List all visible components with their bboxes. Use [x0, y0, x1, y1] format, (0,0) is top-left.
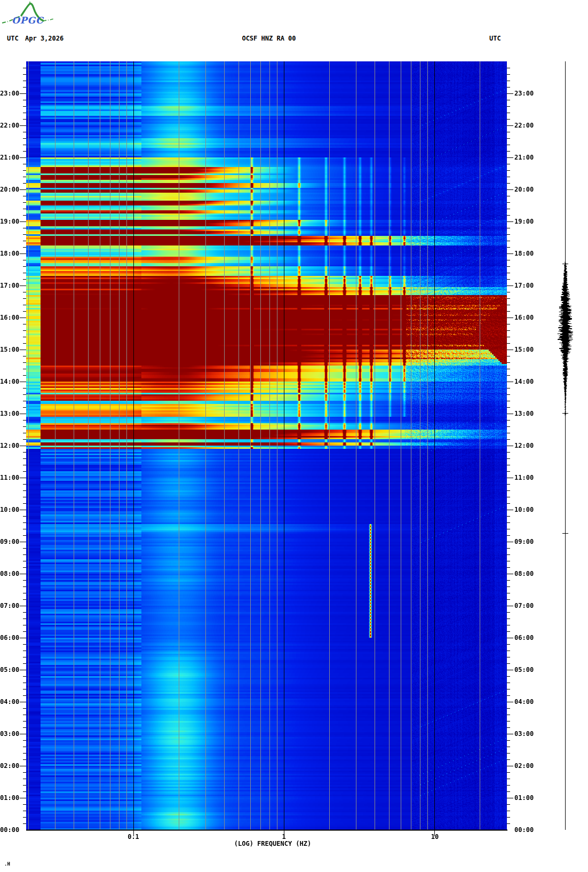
time-label-r-1800: 18:00: [514, 249, 541, 258]
time-label-r-1500: 15:00: [514, 345, 541, 354]
time-label-l-2000: 20:00: [0, 185, 18, 194]
time-label-r-2300: 23:00: [514, 89, 541, 98]
time-label-l-2100: 21:00: [0, 153, 18, 162]
time-label-r-0900: 09:00: [514, 537, 541, 546]
sgram-page: OPGC UTC Apr 3,2026 OCSF HNZ RA 00 UTC 2…: [0, 0, 588, 872]
time-label-l-1700: 17:00: [0, 281, 18, 290]
time-label-l-1300: 13:00: [0, 409, 18, 418]
time-label-l-0300: 03:00: [0, 730, 18, 738]
time-label-l-0400: 04:00: [0, 697, 18, 706]
date-label: Apr 3,2026: [25, 35, 63, 42]
time-label-r-0200: 02:00: [514, 762, 541, 770]
freq-tick-label-1: 1: [268, 833, 300, 841]
time-label-r-1700: 17:00: [514, 281, 541, 290]
time-label-l-1000: 10:00: [0, 505, 18, 514]
time-label-r-0400: 04:00: [514, 697, 541, 706]
time-label-r-1600: 16:00: [514, 313, 541, 322]
time-label-l-0800: 08:00: [0, 569, 18, 578]
time-label-l-1900: 19:00: [0, 217, 18, 226]
time-label-r-1900: 19:00: [514, 217, 541, 226]
time-label-r-0700: 07:00: [514, 601, 541, 610]
time-label-l-1500: 15:00: [0, 345, 18, 354]
spectrogram-canvas: [26, 61, 507, 830]
utc-label-right: UTC: [489, 35, 501, 42]
time-label-r-1000: 10:00: [514, 505, 541, 514]
time-label-r-2000: 20:00: [514, 185, 541, 194]
time-label-r-2200: 22:00: [514, 121, 541, 130]
time-label-l-1800: 18:00: [0, 249, 18, 258]
time-label-l-0200: 02:00: [0, 762, 18, 770]
time-label-r-1100: 11:00: [514, 473, 541, 482]
freq-axis-title: (LOG) FREQUENCY (HZ): [209, 840, 337, 847]
time-label-l-1100: 11:00: [0, 473, 18, 482]
time-label-r-0500: 05:00: [514, 665, 541, 674]
time-label-l-1400: 14:00: [0, 377, 18, 386]
utc-label-left: UTC: [7, 35, 19, 42]
time-label-r-0600: 06:00: [514, 633, 541, 642]
opgc-logo: OPGC: [1, 1, 60, 28]
freq-tick-label-10: 10: [419, 833, 451, 841]
time-label-r-0800: 08:00: [514, 569, 541, 578]
time-label-l-0700: 07:00: [0, 601, 18, 610]
time-label-r-1200: 12:00: [514, 441, 541, 450]
time-label-l-1600: 16:00: [0, 313, 18, 322]
time-label-r-2100: 21:00: [514, 153, 541, 162]
time-label-r-0300: 03:00: [514, 730, 541, 738]
time-label-r-1300: 13:00: [514, 409, 541, 418]
time-label-l-2300: 23:00: [0, 89, 18, 98]
time-label-l-0500: 05:00: [0, 665, 18, 674]
seismogram-trace-canvas: [555, 61, 577, 830]
time-label-r-1400: 14:00: [514, 377, 541, 386]
time-label-l-0100: 01:00: [0, 794, 18, 802]
time-label-l-0900: 09:00: [0, 537, 18, 546]
logo-text: OPGC: [12, 15, 44, 26]
plot-title: OCSF HNZ RA 00: [189, 35, 349, 42]
freq-tick-label-0.1: 0.1: [117, 833, 149, 841]
corner-mark: .H: [4, 861, 10, 867]
time-label-l-1200: 12:00: [0, 441, 18, 450]
time-label-l-0600: 06:00: [0, 633, 18, 642]
time-label-l-0000: 00:00: [0, 826, 18, 834]
time-label-l-2200: 22:00: [0, 121, 18, 130]
time-label-r-0100: 01:00: [514, 794, 541, 802]
time-label-r-0000: 00:00: [514, 826, 541, 834]
